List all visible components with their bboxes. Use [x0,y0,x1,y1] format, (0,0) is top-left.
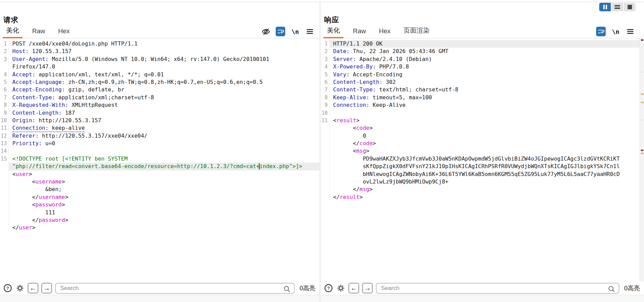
next-match-button[interactable]: → [41,283,52,293]
line-number [321,132,329,140]
line-number: 7 [0,94,9,101]
code-line: 14 [0,147,319,155]
search-input[interactable] [56,284,294,293]
code-line: <username> [0,178,319,186]
code-line: 1POST /xxe04/xxe04/doLogin.php HTTP/1.1 [0,40,319,48]
code-line: </password> [0,216,319,224]
line-number: 15 [0,155,9,163]
gear-icon[interactable] [336,284,345,293]
line-number: 10 [0,117,9,124]
line-number: 8 [321,94,329,101]
help-icon[interactable]: ? [3,284,12,293]
code-line: 3User-Agent: Mozilla/5.0 (Windows NT 10.… [0,55,319,63]
code-line: 111 [0,209,319,216]
line-number [0,201,9,209]
ruler-mark [641,102,643,103]
prev-match-button[interactable]: ← [28,283,38,293]
tab-页面渲染[interactable]: 页面渲染 [402,26,432,38]
line-number: 3 [321,55,329,63]
code-line: &ben; [0,186,319,193]
prev-match-button[interactable]: ← [349,283,359,293]
request-footer: ? ← → 0高亮 [0,281,319,295]
line-number: 10 [321,109,329,117]
ruler-divider [640,120,644,120]
line-number [321,163,329,170]
code-line: 15<!DOCTYPE root [<!ENTITY ben SYSTEM [0,155,319,163]
response-editor[interactable]: 1HTTP/1.1 200 OK2Date: Thu, 22 Jan 2026 … [321,38,644,281]
code-line: 9Connection: Keep-Alive [321,101,644,109]
layout-pause-button[interactable] [599,3,611,11]
line-number: 9 [0,109,9,117]
layout-square-button[interactable] [624,3,635,11]
response-title: 响应 [324,16,339,24]
newline-icon[interactable]: \n [290,27,300,36]
response-toolbar: \n [596,27,635,38]
line-number [0,209,9,216]
response-search-box [376,283,619,294]
code-line: <msg> [321,147,644,155]
code-line: 4X-Powered-By: PHP/7.0.8 [321,63,644,71]
code-line: 7Content-Type: text/html; charset=utf-8 [321,86,644,93]
line-number: 1 [0,40,9,48]
line-number [321,178,329,186]
line-number [321,171,329,178]
tab-Raw[interactable]: Raw [351,27,368,38]
code-line: 6Accept-Encoding: gzip, deflate, br [0,86,319,93]
tab-美化[interactable]: 美化 [325,26,342,38]
line-number [0,193,9,201]
tab-Hex[interactable]: Hex [377,27,393,38]
code-line: ovL2lwLz9jbWQ9bHMiOwp9Cj8+ [321,178,644,186]
ruler-mark [641,153,643,154]
code-line: 5Accept-Language: zh-CN,zh;q=0.9,zh-TW;q… [0,78,319,86]
code-line: bHNlewogICAgZWNobyAi6K+36L6T5YWl6KaB5omn… [321,171,644,178]
line-number [0,216,9,224]
line-number: 1 [321,40,329,48]
request-editor[interactable]: 1POST /xxe04/xxe04/doLogin.php HTTP/1.12… [0,38,319,281]
code-line: </result> [321,193,644,201]
svg-text:?: ? [327,286,330,291]
line-number: 14 [0,147,9,155]
code-line: </user> [0,224,319,231]
line-number [0,63,9,71]
line-number [321,155,329,163]
layout-switcher [599,3,635,11]
help-icon[interactable]: ? [324,284,333,293]
search-input[interactable] [377,284,619,293]
word-wrap-icon[interactable] [596,27,606,36]
line-number [321,147,329,155]
line-number [0,163,9,170]
line-number [321,186,329,193]
http-debugger-window: 请求 美化RawHex \n 1POST /xxe04/xxe04/doLogi… [0,0,644,302]
search-icon [283,285,291,294]
line-number: 2 [0,48,9,55]
line-number: 5 [0,78,9,86]
code-line: <password> [0,201,319,209]
next-match-button[interactable]: → [362,283,373,293]
code-line: "php://filter/read=convert.base64-encode… [0,163,319,170]
gear-icon[interactable] [15,284,25,293]
ruler-mark [641,39,643,41]
tab-美化[interactable]: 美化 [4,26,21,38]
code-line: PD9waHAKZXJyb3JfcmVwb3J0aW5nKDApOwpmdW5j… [321,155,644,163]
ruler-divider [640,72,644,72]
response-tab-bar: 美化RawHex页面渲染 \n [321,25,644,38]
code-line: 13Priority: u=0 [0,140,319,147]
layout-rows-button[interactable] [612,3,623,11]
code-line: <user> [0,171,319,178]
eye-off-icon[interactable] [261,27,271,36]
newline-icon[interactable]: \n [611,27,620,36]
menu-icon[interactable] [305,27,315,36]
highlight-count: 0高亮 [300,284,315,292]
overview-ruler-scrollbar[interactable] [640,38,644,281]
line-number: 2 [321,48,329,55]
tab-Hex[interactable]: Hex [56,27,72,38]
menu-icon[interactable] [626,27,635,36]
request-header: 请求 [0,2,319,25]
word-wrap-icon[interactable] [276,27,285,36]
line-number: 4 [0,71,9,78]
bottom-strip [0,295,319,302]
code-line: <code> [321,124,644,132]
highlight-count: 0高亮 [624,284,640,292]
tab-Raw[interactable]: Raw [30,27,47,38]
code-line: sKfQppZigkX0dFVFsnY21kJ10pIHsKICAgICRhPS… [321,163,644,170]
